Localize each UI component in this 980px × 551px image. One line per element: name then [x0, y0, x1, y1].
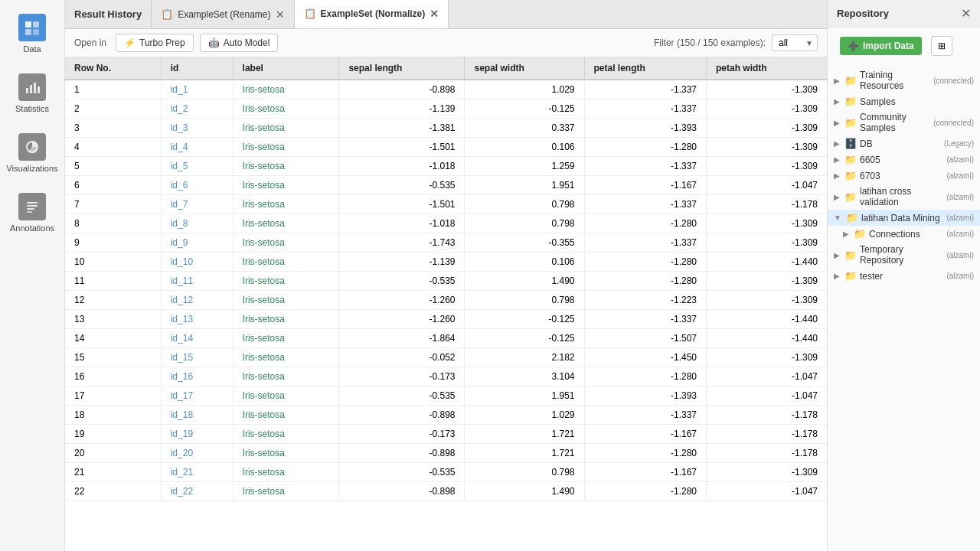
table-cell: -1.167	[584, 425, 706, 444]
tree-arrow-icon: ▶	[834, 155, 840, 164]
tree-label: Training Resources	[860, 70, 929, 91]
tree-item[interactable]: ▶📁Temporary Repository(alzami)	[828, 242, 980, 268]
svg-rect-9	[27, 202, 38, 204]
tree-arrow-icon: ▶	[834, 97, 840, 106]
table-cell: -1.440	[707, 310, 828, 329]
result-history-tab[interactable]: Result History	[65, 0, 152, 28]
tree-item[interactable]: ▶🗄️DB(Legacy)	[828, 135, 980, 152]
repo-close-button[interactable]: ✕	[961, 6, 971, 21]
repo-toolbar: ➕ Import Data ⊞	[828, 28, 980, 64]
tree-sublabel: (alzami)	[946, 272, 974, 280]
tree-item[interactable]: ▼📁latihan Data Mining(alzami)	[828, 210, 980, 226]
repo-tree: ▶📁Training Resources(connected)▶📁Samples…	[828, 64, 980, 551]
sidebar-item-visualizations[interactable]: Visualizations	[4, 127, 61, 179]
table-cell: 7	[65, 195, 161, 214]
turbo-prep-button[interactable]: ⚡ Turbo Prep	[116, 34, 194, 52]
table-cell: 9	[65, 233, 161, 253]
sidebar-item-data[interactable]: Data	[4, 8, 61, 60]
tree-label: latihan cross validation	[860, 186, 942, 207]
tree-arrow-icon: ▼	[834, 214, 841, 222]
table-row: 15id_15Iris-setosa-0.0522.182-1.450-1.30…	[65, 348, 827, 367]
table-cell: id_5	[161, 157, 233, 176]
table-cell: 14	[65, 329, 161, 348]
table-row: 19id_19Iris-setosa-0.1731.721-1.167-1.17…	[65, 425, 827, 444]
table-cell: Iris-setosa	[233, 310, 339, 329]
folder-icon: 📁	[844, 170, 857, 181]
svg-rect-3	[33, 29, 39, 35]
table-cell: -1.280	[584, 444, 706, 463]
tree-item[interactable]: ▶📁Training Resources(connected)	[828, 67, 980, 93]
table-cell: 0.798	[465, 463, 584, 482]
table-cell: -0.898	[339, 482, 465, 501]
table-cell: -1.309	[707, 291, 828, 310]
table-cell: id_13	[161, 310, 233, 329]
sidebar-item-statistics[interactable]: Statistics	[4, 67, 61, 119]
tab-rename[interactable]: 📋 ExampleSet (Rename) ✕	[152, 0, 294, 28]
tree-item[interactable]: ▶📁Community Samples(connected)	[828, 109, 980, 135]
table-cell: -1.139	[339, 253, 465, 272]
import-data-button[interactable]: ➕ Import Data	[840, 37, 922, 55]
tree-item[interactable]: ▶📁Connections(alzami)	[828, 226, 980, 242]
table-cell: -1.440	[707, 253, 828, 272]
table-cell: -1.280	[584, 272, 706, 291]
table-cell: Iris-setosa	[233, 329, 339, 348]
table-cell: 1.951	[465, 386, 584, 406]
table-cell: 1.029	[465, 406, 584, 425]
table-cell: Iris-setosa	[233, 253, 339, 272]
tree-arrow-icon: ▶	[834, 171, 840, 180]
tree-item[interactable]: ▶📁tester(alzami)	[828, 268, 980, 284]
tree-item[interactable]: ▶📁6703(alzami)	[828, 168, 980, 184]
table-row: 12id_12Iris-setosa-1.2600.798-1.223-1.30…	[65, 291, 827, 310]
table-row: 10id_10Iris-setosa-1.1390.106-1.280-1.44…	[65, 253, 827, 272]
table-cell: -1.018	[339, 214, 465, 233]
table-cell: 1.490	[465, 272, 584, 291]
data-icon-box	[18, 14, 46, 41]
tab-normalize[interactable]: 📋 ExampleSet (Normalize) ✕	[295, 0, 449, 28]
folder-icon: 📁	[844, 249, 857, 261]
table-cell: 3.104	[465, 367, 584, 386]
tree-sublabel: (connected)	[933, 119, 974, 127]
table-cell: -1.280	[584, 482, 706, 501]
table-cell: 18	[65, 406, 161, 425]
table-cell: -1.309	[707, 119, 828, 138]
col-header-id: id	[161, 57, 233, 80]
db-icon: 🗄️	[844, 138, 857, 149]
table-cell: -0.052	[339, 348, 465, 367]
table-cell: -1.047	[707, 386, 828, 406]
svg-rect-6	[34, 83, 36, 93]
table-header-row: Row No. id label sepal length sepal widt…	[65, 57, 827, 80]
table-cell: -0.535	[339, 386, 465, 406]
table-cell: 5	[65, 157, 161, 176]
svg-rect-1	[33, 21, 39, 28]
turbo-prep-icon: ⚡	[124, 37, 136, 48]
tree-item[interactable]: ▶📁Samples	[828, 93, 980, 109]
repo-header: Repository ✕	[828, 0, 980, 28]
tree-item[interactable]: ▶📁6605(alzami)	[828, 152, 980, 168]
sidebar-item-annotations[interactable]: Annotations	[4, 187, 61, 239]
table-row: 21id_21Iris-setosa-0.5350.798-1.167-1.30…	[65, 463, 827, 482]
table-container[interactable]: Row No. id label sepal length sepal widt…	[65, 57, 827, 551]
table-cell: 0.337	[465, 119, 584, 138]
table-cell: 1.259	[465, 157, 584, 176]
table-cell: -1.501	[339, 138, 465, 157]
auto-model-button[interactable]: 🤖 Auto Model	[200, 34, 279, 52]
tree-sublabel: (alzami)	[946, 193, 974, 201]
repo-title: Repository	[837, 8, 889, 19]
svg-rect-12	[27, 211, 32, 213]
table-cell: -0.125	[465, 99, 584, 119]
tree-item[interactable]: ▶📁latihan cross validation(alzami)	[828, 184, 980, 210]
svg-rect-2	[25, 29, 31, 35]
table-cell: Iris-setosa	[233, 119, 339, 138]
tree-label: tester	[860, 271, 942, 282]
table-cell: -1.047	[707, 367, 828, 386]
repo-grid-button[interactable]: ⊞	[931, 36, 952, 56]
tab-normalize-close[interactable]: ✕	[430, 8, 439, 19]
table-cell: -0.535	[339, 463, 465, 482]
table-cell: id_4	[161, 138, 233, 157]
tree-sublabel: (Legacy)	[944, 139, 974, 148]
table-cell: 15	[65, 348, 161, 367]
tree-arrow-icon: ▶	[834, 77, 840, 85]
tab-rename-close[interactable]: ✕	[276, 9, 285, 20]
tree-label: Community Samples	[860, 112, 929, 133]
filter-select[interactable]: all	[772, 34, 818, 51]
